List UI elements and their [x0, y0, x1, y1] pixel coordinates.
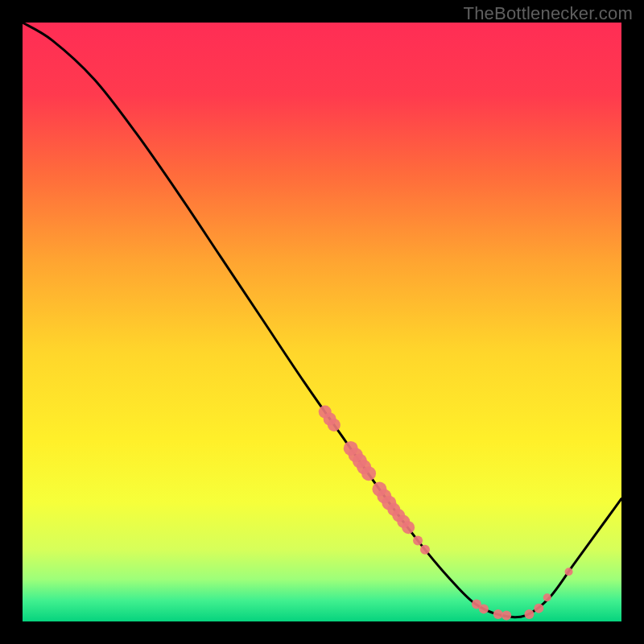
data-point: [420, 545, 430, 555]
chart-stage: TheBottlenecker.com: [0, 0, 644, 644]
data-point: [524, 609, 534, 619]
watermark-text: TheBottlenecker.com: [464, 3, 633, 24]
data-point: [361, 466, 376, 481]
chart-svg: [23, 23, 621, 621]
data-point: [565, 568, 573, 576]
data-point: [502, 611, 511, 621]
data-point: [402, 521, 415, 534]
data-point: [493, 609, 503, 619]
data-point: [413, 536, 423, 546]
data-point: [479, 604, 489, 613]
data-point: [328, 419, 341, 431]
data-point: [543, 593, 551, 601]
data-point: [534, 604, 543, 613]
plot-area: [23, 23, 621, 621]
gradient-background: [23, 23, 621, 621]
